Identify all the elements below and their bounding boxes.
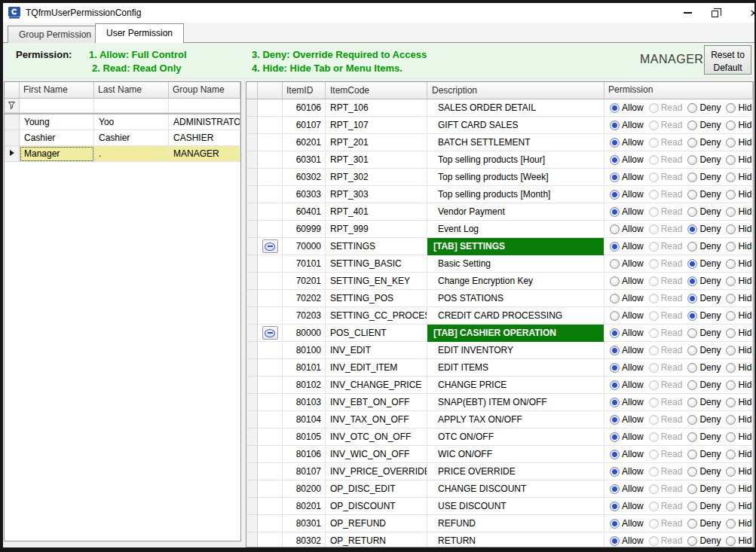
permission-row[interactable]: 80101INV_EDIT_ITEMEDIT ITEMSAllowReadDen… <box>246 359 753 377</box>
radio-icon-hide[interactable] <box>726 380 736 390</box>
permission-row[interactable]: 80105INV_OTC_ON_OFFOTC ON/OFFAllowReadDe… <box>246 428 753 446</box>
permission-radio-hide[interactable]: Hide <box>726 535 753 546</box>
permission-radio-hide[interactable]: Hide <box>726 414 753 425</box>
cell-itemid[interactable]: 70101 <box>283 255 326 273</box>
radio-icon-allow[interactable] <box>610 346 620 355</box>
cell-itemid[interactable]: 80107 <box>283 463 326 480</box>
cell-description[interactable]: EDIT INVENTORY <box>427 342 604 359</box>
radio-icon-deny[interactable] <box>687 432 697 442</box>
radio-icon-deny[interactable] <box>687 415 697 425</box>
cell-description[interactable]: RETURN <box>427 532 604 547</box>
user-row[interactable]: Manager.MANAGER <box>5 146 240 162</box>
permission-radio-allow[interactable]: Allow <box>610 189 644 200</box>
permission-radio-hide[interactable]: Hide <box>726 518 753 529</box>
radio-icon-allow[interactable] <box>610 259 620 269</box>
radio-icon-allow[interactable] <box>610 484 620 494</box>
permission-row[interactable]: 70203SETTING_CC_PROCESS...CREDIT CARD PR… <box>246 307 753 325</box>
radio-icon-hide[interactable] <box>726 276 736 286</box>
permission-row[interactable]: 80201OP_DISCOUNTUSE DISCOUNTAllowReadDen… <box>246 498 753 515</box>
radio-icon-hide[interactable] <box>726 450 736 459</box>
radio-icon-hide[interactable] <box>726 467 736 477</box>
radio-icon-allow[interactable] <box>610 138 620 148</box>
permission-radio-deny[interactable]: Deny <box>687 258 721 269</box>
close-button[interactable]: ✕ <box>741 3 754 23</box>
column-header-group-name[interactable]: Group Name <box>169 82 240 99</box>
cell-description[interactable]: Top selling products [Month] <box>427 186 604 203</box>
permission-radio-allow[interactable]: Allow <box>610 241 644 252</box>
permission-radio-hide[interactable]: Hide <box>726 362 753 373</box>
permission-row[interactable]: 60106RPT_106SALES ORDER DETAILAllowReadD… <box>246 99 753 117</box>
radio-icon-deny[interactable] <box>687 484 697 494</box>
permission-radio-allow[interactable]: Allow <box>610 137 644 148</box>
cell-itemid[interactable]: 80100 <box>283 342 326 359</box>
column-header-itemid[interactable]: ItemID <box>283 82 326 99</box>
radio-icon-hide[interactable] <box>726 398 736 407</box>
cell-description[interactable]: Top selling products [Hour] <box>427 151 604 169</box>
cell-description[interactable]: GIFT CARD SALES <box>427 117 604 134</box>
column-header-description[interactable]: Description <box>427 82 604 99</box>
cell-description[interactable]: Top selling products [Week] <box>427 169 604 186</box>
cell-description[interactable]: CHANGE DISCOUNT <box>427 480 604 498</box>
radio-icon-allow[interactable] <box>610 190 620 200</box>
permission-radio-hide[interactable]: Hide <box>726 328 753 338</box>
cell-itemid[interactable]: 80000 <box>283 325 326 342</box>
cell-itemid[interactable]: 60302 <box>283 169 326 186</box>
radio-icon-hide[interactable] <box>726 363 736 373</box>
cell-first-name[interactable]: Young <box>20 114 94 130</box>
radio-icon-deny[interactable] <box>687 207 697 217</box>
permission-radio-allow[interactable]: Allow <box>610 224 644 234</box>
permission-radio-allow[interactable]: Allow <box>610 483 644 494</box>
radio-icon-allow[interactable] <box>610 276 620 286</box>
permission-row[interactable]: 80302OP_RETURNRETURNAllowReadDenyHide <box>246 532 753 547</box>
permission-radio-allow[interactable]: Allow <box>610 501 644 511</box>
radio-icon-allow[interactable] <box>610 311 620 321</box>
cell-itemcode[interactable]: RPT_107 <box>326 117 427 134</box>
permission-row[interactable]: 80107INV_PRICE_OVERRIDEPRICE OVERRIDEAll… <box>246 463 753 480</box>
radio-icon-hide[interactable] <box>726 242 736 252</box>
permission-radio-deny[interactable]: Deny <box>687 449 721 459</box>
cell-description[interactable]: [TAB] SETTINGS <box>427 238 604 255</box>
permission-radio-allow[interactable]: Allow <box>610 172 644 182</box>
cell-itemid[interactable]: 80104 <box>283 411 326 428</box>
permission-radio-hide[interactable]: Hide <box>726 501 753 511</box>
radio-icon-allow[interactable] <box>610 294 620 303</box>
radio-icon-deny[interactable] <box>687 224 697 234</box>
radio-icon-deny[interactable] <box>687 155 697 165</box>
permission-radio-hide[interactable]: Hide <box>726 380 753 390</box>
permission-radio-deny[interactable]: Deny <box>687 310 721 321</box>
permission-radio-hide[interactable]: Hide <box>726 102 753 113</box>
permission-radio-hide[interactable]: Hide <box>726 276 753 286</box>
permission-row[interactable]: 80100INV_EDITEDIT INVENTORYAllowReadDeny… <box>246 342 753 359</box>
permission-radio-allow[interactable]: Allow <box>610 432 644 442</box>
cell-itemid[interactable]: 80200 <box>283 480 326 498</box>
cell-itemcode[interactable]: RPT_303 <box>326 186 427 203</box>
permission-row[interactable]: 60303RPT_303Top selling products [Month]… <box>246 186 753 203</box>
permission-row[interactable]: 60302RPT_302Top selling products [Week]A… <box>246 169 753 186</box>
radio-icon-deny[interactable] <box>687 294 697 303</box>
cell-itemcode[interactable]: INV_EBT_ON_OFF <box>326 394 427 411</box>
permission-radio-hide[interactable]: Hide <box>726 137 753 148</box>
permission-radio-hide[interactable]: Hide <box>726 293 753 303</box>
radio-icon-allow[interactable] <box>610 467 620 477</box>
cell-itemcode[interactable]: OP_DISCOUNT <box>326 498 427 515</box>
column-header-first-name[interactable]: First Name <box>20 82 94 99</box>
permission-row[interactable]: 70000SETTINGS[TAB] SETTINGSAllowReadDeny… <box>246 238 753 255</box>
cell-itemid[interactable]: 60106 <box>283 99 326 117</box>
radio-icon-hide[interactable] <box>726 294 736 303</box>
permission-radio-hide[interactable]: Hide <box>726 120 753 130</box>
permission-radio-deny[interactable]: Deny <box>687 120 721 130</box>
permission-radio-hide[interactable]: Hide <box>726 241 753 252</box>
radio-icon-allow[interactable] <box>610 172 620 182</box>
tab-user-permission[interactable]: User Permission <box>95 23 184 43</box>
permission-radio-allow[interactable]: Allow <box>610 154 644 165</box>
permission-row[interactable]: 80301OP_REFUNDREFUNDAllowReadDenyHide <box>246 515 753 532</box>
cell-description[interactable]: USE DISCOUNT <box>427 498 604 515</box>
permission-row[interactable]: 70101SETTING_BASICBasic SettingAllowRead… <box>246 255 753 273</box>
cell-itemcode[interactable]: INV_OTC_ON_OFF <box>326 428 427 446</box>
radio-icon-hide[interactable] <box>726 311 736 321</box>
cell-description[interactable]: Basic Setting <box>427 255 604 273</box>
permission-radio-deny[interactable]: Deny <box>687 362 721 373</box>
radio-icon-allow[interactable] <box>610 224 620 234</box>
permission-radio-hide[interactable]: Hide <box>726 483 753 494</box>
radio-icon-hide[interactable] <box>726 207 736 217</box>
